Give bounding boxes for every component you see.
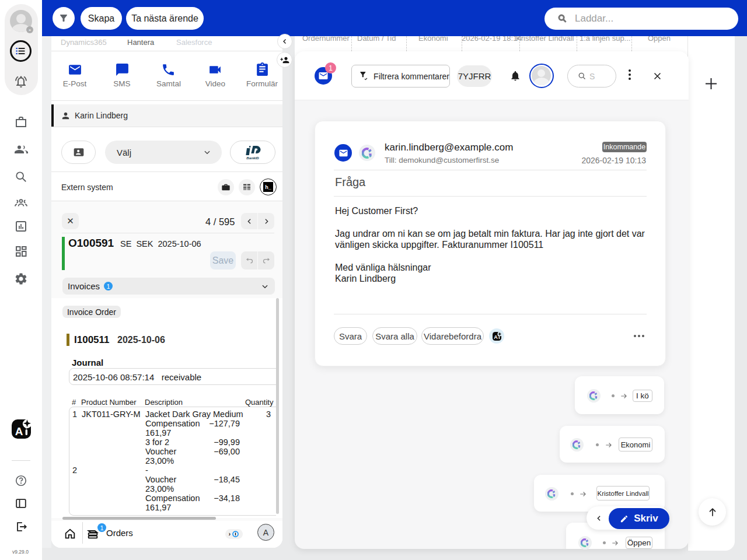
svg-text:A: A (494, 334, 498, 340)
svg-text:BankID: BankID (246, 156, 259, 160)
svg-text:A: A (15, 425, 23, 438)
